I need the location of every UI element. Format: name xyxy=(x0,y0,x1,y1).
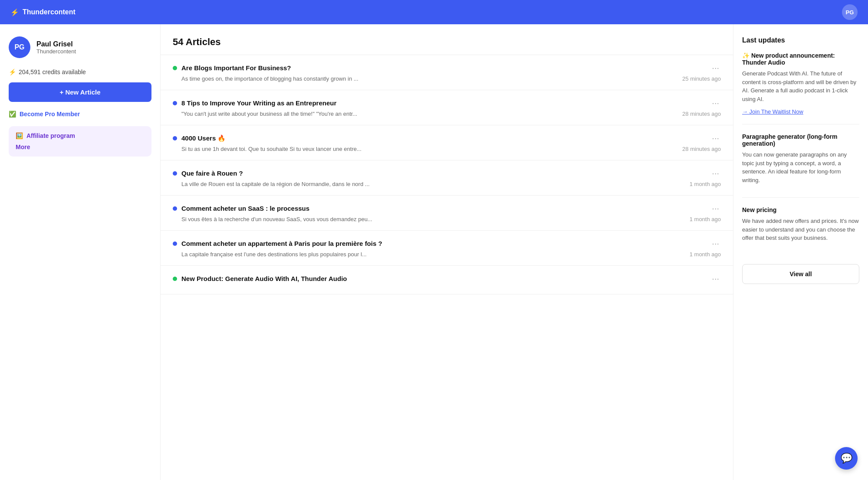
update-description: We have added new offers and prices. It'… xyxy=(742,217,859,242)
excerpt-text: Si vous êtes à la recherche d'un nouveau… xyxy=(181,216,372,222)
profile-org: Thundercontent xyxy=(36,48,76,55)
update-description: You can now generate paragraphs on any t… xyxy=(742,150,859,184)
article-title: Are Blogs Important For Business? xyxy=(181,64,291,72)
sidebar-menu: 🖼️ Affiliate program More xyxy=(9,126,151,157)
excerpt-text: La ville de Rouen est la capitale de la … xyxy=(181,181,370,187)
avatar: PG xyxy=(9,36,30,58)
article-excerpt: La ville de Rouen est la capitale de la … xyxy=(173,181,721,187)
status-dot xyxy=(173,101,177,105)
update-title: ✨ New product announcement: Thunder Audi… xyxy=(742,52,859,66)
articles-header: 54 Articles xyxy=(161,24,733,55)
article-item[interactable]: Are Blogs Important For Business? ··· As… xyxy=(161,55,733,90)
status-dot xyxy=(173,66,177,70)
update-item: Paragraphe generator (long-form generati… xyxy=(742,133,859,198)
article-time: 1 month ago xyxy=(690,216,721,222)
status-dot xyxy=(173,242,177,246)
article-title: Comment acheter un appartement à Paris p… xyxy=(181,240,382,247)
pro-member-label: Become Pro Member xyxy=(20,111,80,118)
articles-main: 54 Articles Are Blogs Important For Busi… xyxy=(161,24,733,480)
profile-info: Paul Grisel Thundercontent xyxy=(36,40,76,55)
sidebar-item-affiliate[interactable]: 🖼️ Affiliate program xyxy=(16,132,145,139)
chat-icon: 💬 xyxy=(841,453,852,464)
article-title: 8 Tips to Improve Your Writing as an Ent… xyxy=(181,99,336,107)
profile-section: PG Paul Grisel Thundercontent xyxy=(9,36,151,58)
articles-container: Are Blogs Important For Business? ··· As… xyxy=(161,55,733,294)
status-dot xyxy=(173,206,177,211)
right-panel: Last updates ✨ New product announcement:… xyxy=(733,24,868,480)
pro-member-button[interactable]: ✅ Become Pro Member xyxy=(9,109,151,119)
article-more-button[interactable]: ··· xyxy=(710,133,721,143)
article-excerpt: Si vous êtes à la recherche d'un nouveau… xyxy=(173,216,721,222)
article-title: 4000 Users 🔥 xyxy=(181,134,226,142)
more-label: More xyxy=(16,144,30,150)
credits-icon: ⚡ xyxy=(9,69,16,75)
article-time: 1 month ago xyxy=(690,251,721,258)
article-item[interactable]: New Product: Generate Audio With AI, Thu… xyxy=(161,266,733,294)
pro-check-icon: ✅ xyxy=(9,111,16,118)
update-item: ✨ New product announcement: Thunder Audi… xyxy=(742,52,859,124)
article-list: Are Blogs Important For Business? ··· As… xyxy=(161,55,733,294)
article-excerpt: As time goes on, the importance of blogg… xyxy=(173,75,721,82)
article-title: Comment acheter un SaaS : le processus xyxy=(181,205,309,212)
article-time: 25 minutes ago xyxy=(682,75,721,82)
brand-name: Thundercontent xyxy=(23,8,76,16)
update-link[interactable]: → Join The Waitlist Now xyxy=(742,108,803,115)
article-item[interactable]: Que faire à Rouen ? ··· La ville de Roue… xyxy=(161,160,733,196)
article-more-button[interactable]: ··· xyxy=(710,274,721,284)
credits-display: ⚡ 204,591 credits available xyxy=(9,69,151,75)
excerpt-text: Si tu as une 1h devant toi. Que tu souha… xyxy=(181,146,362,152)
article-item[interactable]: 8 Tips to Improve Your Writing as an Ent… xyxy=(161,90,733,125)
article-item[interactable]: 4000 Users 🔥 ··· Si tu as une 1h devant … xyxy=(161,125,733,160)
new-article-button[interactable]: + New Article xyxy=(9,82,151,102)
article-time: 28 minutes ago xyxy=(682,146,721,152)
update-description: Generate Podcast With AI. The future of … xyxy=(742,69,859,103)
chat-bubble[interactable]: 💬 xyxy=(835,447,858,470)
article-item[interactable]: Comment acheter un SaaS : le processus ·… xyxy=(161,196,733,231)
sidebar-item-more[interactable]: More xyxy=(16,144,145,150)
profile-name: Paul Grisel xyxy=(36,40,76,48)
update-title: Paragraphe generator (long-form generati… xyxy=(742,133,859,147)
article-title: New Product: Generate Audio With AI, Thu… xyxy=(181,275,347,282)
article-time: 1 month ago xyxy=(690,181,721,187)
article-excerpt: "You can't just write about your busines… xyxy=(173,111,721,117)
article-title: Que faire à Rouen ? xyxy=(181,170,243,177)
article-more-button[interactable]: ··· xyxy=(710,203,721,213)
topnav-avatar[interactable]: PG xyxy=(842,4,858,20)
article-more-button[interactable]: ··· xyxy=(710,98,721,108)
article-more-button[interactable]: ··· xyxy=(710,168,721,178)
article-excerpt: La capitale française est l'une des dest… xyxy=(173,251,721,258)
excerpt-text: As time goes on, the importance of blogg… xyxy=(181,75,358,82)
brand: ⚡ Thundercontent xyxy=(10,8,76,16)
status-dot xyxy=(173,171,177,176)
article-excerpt: Si tu as une 1h devant toi. Que tu souha… xyxy=(173,146,721,152)
article-more-button[interactable]: ··· xyxy=(710,238,721,248)
brand-icon: ⚡ xyxy=(10,8,19,16)
update-item: New pricing We have added new offers and… xyxy=(742,206,859,255)
credits-text: 204,591 credits available xyxy=(19,69,86,75)
topnav: ⚡ Thundercontent PG xyxy=(0,0,868,24)
affiliate-label: Affiliate program xyxy=(26,132,75,139)
sidebar: PG Paul Grisel Thundercontent ⚡ 204,591 … xyxy=(0,24,161,480)
layout: PG Paul Grisel Thundercontent ⚡ 204,591 … xyxy=(0,24,868,480)
updates-container: ✨ New product announcement: Thunder Audi… xyxy=(742,52,859,255)
article-item[interactable]: Comment acheter un appartement à Paris p… xyxy=(161,231,733,266)
status-dot xyxy=(173,136,177,140)
excerpt-text: "You can't just write about your busines… xyxy=(181,111,357,117)
last-updates-title: Last updates xyxy=(742,36,859,44)
affiliate-icon: 🖼️ xyxy=(16,132,23,139)
article-more-button[interactable]: ··· xyxy=(710,63,721,73)
article-time: 28 minutes ago xyxy=(682,111,721,117)
status-dot xyxy=(173,277,177,281)
excerpt-text: La capitale française est l'une des dest… xyxy=(181,251,367,258)
update-title: New pricing xyxy=(742,206,859,213)
view-all-button[interactable]: View all xyxy=(742,264,859,284)
